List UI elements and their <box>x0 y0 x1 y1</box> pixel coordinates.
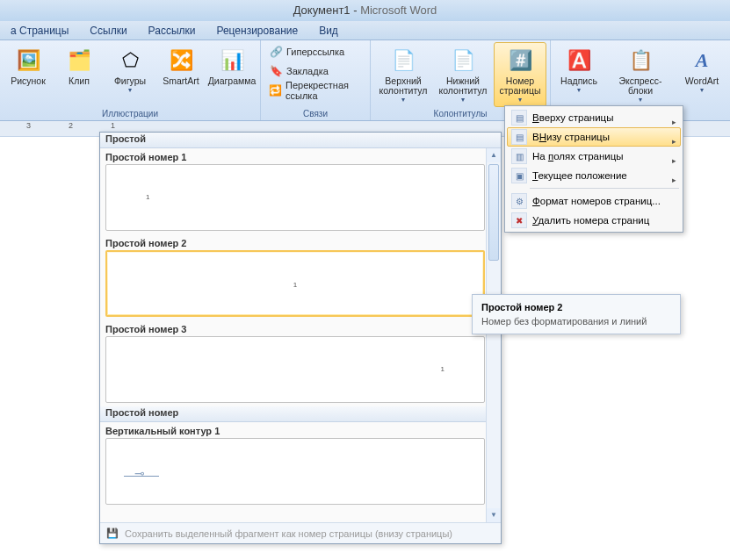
vertical-contour-icon <box>124 476 159 490</box>
page-number-button[interactable]: #️⃣ Номер страницы <box>494 42 546 107</box>
smartart-button[interactable]: 🔀 SmartArt <box>156 42 206 89</box>
menu-page-margins[interactable]: ▥ На полях страницы <box>507 147 681 166</box>
bookmark-button[interactable]: 🔖 Закладка <box>264 61 366 81</box>
top-page-icon: ▤ <box>511 110 527 126</box>
tab-mailings[interactable]: Рассылки <box>138 21 206 39</box>
picture-button[interactable]: 🖼️ Рисунок <box>4 42 53 89</box>
header-button[interactable]: 📄 Верхний колонтитул <box>374 42 432 107</box>
gallery-section-simple: Простой <box>100 133 501 148</box>
shapes-button[interactable]: ⬠ Фигуры <box>105 42 155 97</box>
hyperlink-button[interactable]: 🔗 Гиперссылка <box>264 42 366 61</box>
tab-links[interactable]: Ссылки <box>79 21 137 39</box>
chart-button[interactable]: 📊 Диаграмма <box>207 42 257 89</box>
gallery-tooltip: Простой номер 2 Номер без форматирования… <box>472 294 681 334</box>
gallery-scrollbar[interactable]: ▲ ▼ <box>486 148 501 522</box>
scroll-up-icon[interactable]: ▲ <box>487 148 501 162</box>
footer-icon: 📄 <box>449 47 477 75</box>
bookmark-icon: 🔖 <box>269 64 283 78</box>
chart-icon: 📊 <box>218 47 246 75</box>
wordart-button[interactable]: A WordArt <box>677 42 726 97</box>
gallery-item-2[interactable]: 1 <box>105 250 485 317</box>
tooltip-description: Номер без форматирования и линий <box>481 316 671 327</box>
gallery-save-selection: 💾 Сохранить выделенный фрагмент как номе… <box>100 522 501 543</box>
menu-format-page-numbers[interactable]: ⚙ Формат номеров страниц... <box>507 191 681 211</box>
clip-button[interactable]: 🗂️ Клип <box>54 42 104 89</box>
app-name: Microsoft Word <box>360 4 437 17</box>
format-icon: ⚙ <box>511 193 527 209</box>
wordart-icon: A <box>688 47 716 75</box>
scrollbar-thumb[interactable] <box>488 164 499 261</box>
page-number-menu: ▤ Вверху страницы ▤ ВНизу страницы ▥ На … <box>504 105 683 233</box>
margins-icon: ▥ <box>511 148 527 164</box>
menu-remove-page-numbers[interactable]: ✖ Удалить номера страниц <box>507 211 681 230</box>
bottom-page-icon: ▤ <box>511 129 527 145</box>
tooltip-title: Простой номер 2 <box>481 302 671 312</box>
tab-review[interactable]: Рецензирование <box>206 21 308 39</box>
gallery-section-simple-number: Простой номер <box>100 406 501 422</box>
menu-top-of-page[interactable]: ▤ Вверху страницы <box>507 108 681 127</box>
scroll-down-icon[interactable]: ▼ <box>487 508 501 522</box>
remove-icon: ✖ <box>511 212 527 228</box>
quickparts-icon: 📋 <box>626 47 654 75</box>
gallery-item-3-label: Простой номер 3 <box>100 320 501 336</box>
hyperlink-icon: 🔗 <box>269 45 283 59</box>
gallery-item-1[interactable]: 1 <box>105 164 485 231</box>
menu-bottom-of-page[interactable]: ▤ ВНизу страницы <box>507 127 681 147</box>
picture-icon: 🖼️ <box>14 47 42 75</box>
document-name: Документ1 <box>293 4 351 17</box>
shapes-icon: ⬠ <box>116 47 144 75</box>
menu-current-position[interactable]: ▣ Текущее положение <box>507 166 681 185</box>
ribbon-tabs: а Страницы Ссылки Рассылки Рецензировани… <box>0 21 730 40</box>
textbox-icon: 🅰️ <box>565 47 593 75</box>
page-number-gallery: Простой Простой номер 1 1 Простой номер … <box>99 132 502 544</box>
clip-icon: 🗂️ <box>65 47 93 75</box>
tab-view[interactable]: Вид <box>308 21 349 39</box>
crossref-icon: 🔁 <box>269 83 282 97</box>
save-selection-icon: 💾 <box>105 527 119 541</box>
gallery-item-3[interactable]: 1 <box>105 336 485 403</box>
current-pos-icon: ▣ <box>511 168 527 183</box>
gallery-item-2-label: Простой номер 2 <box>100 234 501 250</box>
gallery-item-4[interactable] <box>105 438 485 505</box>
footer-button[interactable]: 📄 Нижний колонтитул <box>434 42 492 107</box>
gallery-item-4-label: Вертикальный контур 1 <box>100 422 501 438</box>
quickparts-button[interactable]: 📋 Экспресс-блоки <box>605 42 676 107</box>
group-label-links: Связи <box>264 109 366 120</box>
tab-page[interactable]: а Страницы <box>0 21 79 39</box>
header-icon: 📄 <box>389 47 417 75</box>
crossref-button[interactable]: 🔁 Перекрестная ссылка <box>264 81 366 100</box>
page-number-icon: #️⃣ <box>506 47 534 75</box>
group-illustrations: 🖼️ Рисунок 🗂️ Клип ⬠ Фигуры 🔀 SmartArt 📊… <box>0 40 261 120</box>
gallery-scroll: Простой номер 1 1 Простой номер 2 1 Прос… <box>100 148 501 522</box>
group-label-illustrations: Иллюстрации <box>4 109 257 120</box>
gallery-item-1-label: Простой номер 1 <box>100 148 501 164</box>
group-links: 🔗 Гиперссылка 🔖 Закладка 🔁 Перекрестная … <box>261 40 371 120</box>
menu-separator <box>530 188 679 189</box>
window-titlebar: Документ1 - Microsoft Word <box>0 0 730 21</box>
textbox-button[interactable]: 🅰️ Надпись <box>554 42 604 97</box>
smartart-icon: 🔀 <box>167 47 195 75</box>
